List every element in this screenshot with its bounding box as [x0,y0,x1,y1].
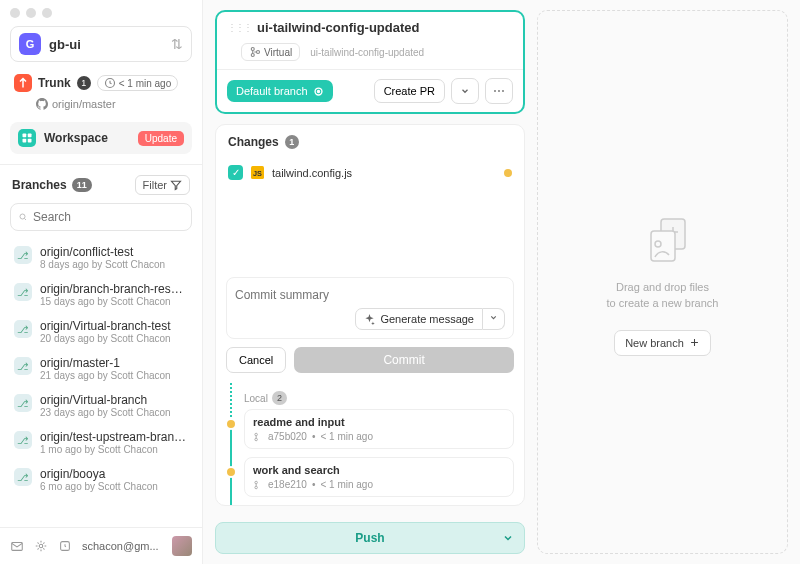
file-name: tailwind.config.js [272,167,496,179]
plus-icon [689,337,700,348]
drop-zone-text: Drag and drop files to create a new bran… [607,279,719,312]
svg-point-9 [251,48,254,51]
cancel-button[interactable]: Cancel [226,347,286,373]
branch-icon: ⎇ [14,283,32,301]
kebab-menu[interactable]: ⋯ [485,78,513,104]
modified-dot [504,169,512,177]
branch-item[interactable]: ⎇origin/branch-branch-resource...15 days… [4,276,198,313]
svg-point-11 [257,51,260,54]
generate-message-button[interactable]: Generate message [355,308,483,330]
commit-time: < 1 min ago [320,479,373,490]
branches-header: Branches 11 Filter [0,165,202,203]
window-controls [0,0,202,26]
default-branch-badge[interactable]: Default branch [227,80,333,102]
branch-item[interactable]: ⎇origin/Virtual-branch23 days ago by Sco… [4,387,198,424]
svg-text:JS: JS [253,169,262,178]
trunk-origin: origin/master [0,96,202,118]
commit-hash: e18e210 [268,479,307,490]
trunk-label: Trunk [38,76,71,90]
branch-icon: ⎇ [14,394,32,412]
project-name: gb-ui [49,37,163,52]
branch-icon: ⎇ [14,468,32,486]
create-pr-button[interactable]: Create PR [374,79,445,103]
commit-title: readme and input [253,416,505,428]
svg-point-18 [255,481,258,484]
chevron-updown-icon: ⇅ [171,36,183,52]
gear-icon[interactable] [34,539,48,553]
branch-icon: ⎇ [14,431,32,449]
workspace-label: Workspace [44,131,130,145]
file-row[interactable]: ✓ JS tailwind.config.js [216,159,524,190]
changes-count: 1 [285,135,299,149]
trunk-row[interactable]: Trunk 1 < 1 min ago [0,70,202,96]
new-branch-button[interactable]: New branch [614,330,711,356]
update-badge[interactable]: Update [138,131,184,146]
drop-zone[interactable]: Drag and drop files to create a new bran… [537,10,788,554]
svg-rect-4 [28,139,32,143]
commit-item[interactable]: work and search e18e210 • < 1 min ago [244,457,514,497]
generate-dropdown[interactable] [483,308,505,330]
footer: schacon@gm... [0,527,202,564]
workspace-row[interactable]: Workspace Update [10,122,192,154]
svg-rect-3 [23,139,27,143]
branch-item[interactable]: ⎇origin/booya6 mo ago by Scott Chacon [4,461,198,498]
history-icon[interactable] [58,539,72,553]
search-box[interactable] [10,203,192,231]
svg-rect-2 [28,134,32,138]
commit-dot [225,466,237,478]
commit-time: < 1 min ago [320,431,373,442]
search-icon [19,211,27,223]
search-input[interactable] [33,210,183,224]
chevron-down-icon [502,532,514,544]
svg-rect-1 [23,134,27,138]
commit-title: work and search [253,464,505,476]
branches-title: Branches [12,178,67,192]
traffic-max[interactable] [42,8,52,18]
svg-point-13 [317,90,319,92]
branch-item[interactable]: ⎇origin/test-upstream-branch21 mo ago by… [4,424,198,461]
create-pr-dropdown[interactable] [451,78,479,104]
branch-icon: ⎇ [14,246,32,264]
commit-dot [225,418,237,430]
drag-handle-icon[interactable]: ⋮⋮⋮ [227,22,251,33]
project-icon: G [19,33,41,55]
svg-point-10 [251,54,254,57]
traffic-min[interactable] [26,8,36,18]
commit-timeline: Local 2 readme and input a75b020 • < 1 m… [216,383,524,505]
changes-title: Changes [228,135,279,149]
branch-item[interactable]: ⎇origin/master-121 days ago by Scott Cha… [4,350,198,387]
drop-files-icon [633,209,693,269]
commit-item[interactable]: readme and input a75b020 • < 1 min ago [244,409,514,449]
avatar[interactable] [172,536,192,556]
svg-point-5 [20,214,25,219]
branch-item[interactable]: ⎇origin/conflict-test8 days ago by Scott… [4,239,198,276]
branch-card-title: ui-tailwind-config-updated [257,20,513,35]
trunk-icon [14,74,32,92]
file-checkbox[interactable]: ✓ [228,165,243,180]
commit-summary-input[interactable] [235,286,505,308]
filter-button[interactable]: Filter [135,175,190,195]
branch-item[interactable]: ⎇origin/Virtual-branch-test20 days ago b… [4,313,198,350]
trunk-timeago: < 1 min ago [97,75,179,91]
traffic-close[interactable] [10,8,20,18]
project-selector[interactable]: G gb-ui ⇅ [10,26,192,62]
js-file-icon: JS [251,166,264,179]
virtual-tag: Virtual [241,43,300,61]
changes-card: Changes 1 ✓ JS tailwind.config.js Genera… [215,124,525,506]
branches-count: 11 [72,178,92,192]
branch-list: ⎇origin/conflict-test8 days ago by Scott… [0,239,202,527]
local-label: Local [244,393,268,404]
svg-point-16 [255,433,258,436]
svg-point-17 [255,438,258,441]
push-button[interactable]: Push [215,522,525,554]
branch-card: ⋮⋮⋮ ui-tailwind-config-updated Virtual u… [215,10,525,114]
commit-button[interactable]: Commit [294,347,514,373]
trunk-count-badge: 1 [77,76,91,90]
workspace-icon [18,129,36,147]
user-email: schacon@gm... [82,540,162,552]
mail-icon[interactable] [10,539,24,553]
branch-icon: ⎇ [14,320,32,338]
commit-hash: a75b020 [268,431,307,442]
sidebar: G gb-ui ⇅ Trunk 1 < 1 min ago origin/mas… [0,0,203,564]
local-count: 2 [272,391,287,405]
